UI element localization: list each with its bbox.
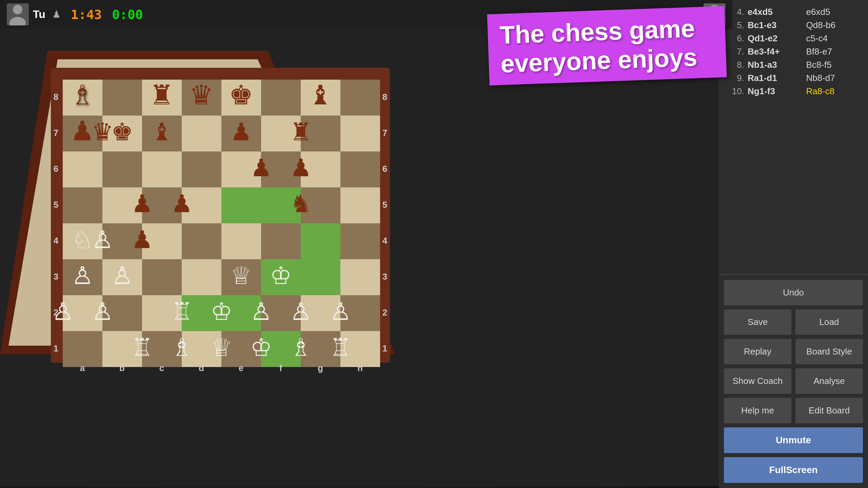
svg-text:♖: ♖ xyxy=(131,334,153,361)
move-white[interactable]: Nb1-a3 xyxy=(748,60,803,70)
timer-green: 0:00 xyxy=(112,7,143,22)
move-white[interactable]: Ra1-d1 xyxy=(748,73,803,83)
svg-text:♛: ♛ xyxy=(189,80,214,110)
move-black[interactable]: Qd8-b6 xyxy=(806,20,862,30)
svg-text:♕: ♕ xyxy=(230,262,252,289)
svg-text:b: b xyxy=(119,363,125,373)
svg-text:1: 1 xyxy=(54,343,58,353)
move-number: 9. xyxy=(726,73,744,83)
svg-text:♟: ♟ xyxy=(131,226,153,253)
svg-text:5: 5 xyxy=(382,200,387,210)
move-black[interactable]: Bc8-f5 xyxy=(806,60,862,70)
svg-text:♝: ♝ xyxy=(308,80,333,110)
svg-rect-47 xyxy=(301,223,340,259)
svg-text:♙: ♙ xyxy=(250,298,272,325)
svg-rect-51 xyxy=(142,259,182,295)
unmute-button[interactable]: Unmute xyxy=(724,427,863,453)
svg-text:3: 3 xyxy=(382,271,387,282)
svg-text:8: 8 xyxy=(382,92,387,102)
svg-rect-26 xyxy=(102,151,142,187)
move-black[interactable]: Ra8-c8 xyxy=(806,86,862,97)
help-me-button[interactable]: Help me xyxy=(724,398,791,423)
svg-text:2: 2 xyxy=(382,307,387,318)
svg-text:♞: ♞ xyxy=(290,190,312,217)
svg-text:5: 5 xyxy=(54,200,58,210)
move-black[interactable]: e6xd5 xyxy=(806,7,862,17)
svg-text:♔: ♔ xyxy=(270,262,292,289)
svg-text:♜: ♜ xyxy=(290,118,312,145)
svg-rect-52 xyxy=(182,259,221,295)
svg-point-1 xyxy=(9,17,26,25)
buttons-area: Undo Save Load Replay Board Style Show C… xyxy=(719,275,868,488)
move-white[interactable]: Qd1-e2 xyxy=(748,33,803,44)
svg-rect-44 xyxy=(182,223,221,259)
fullscreen-row: FullScreen xyxy=(724,457,863,483)
svg-text:7: 7 xyxy=(382,128,387,138)
board-style-button[interactable]: Board Style xyxy=(795,339,863,364)
svg-text:6: 6 xyxy=(54,164,58,174)
svg-rect-28 xyxy=(182,151,221,187)
undo-button[interactable]: Undo xyxy=(724,280,863,305)
move-row: 7.Be3-f4+Bf8-e7 xyxy=(726,46,861,57)
load-button[interactable]: Load xyxy=(795,309,863,335)
move-white[interactable]: Ng1-f3 xyxy=(748,86,803,97)
edit-board-button[interactable]: Edit Board xyxy=(795,398,863,423)
svg-rect-32 xyxy=(340,151,380,187)
move-row: 5.Bc1-e3Qd8-b6 xyxy=(726,20,861,30)
svg-text:♖: ♖ xyxy=(171,298,193,325)
timer-orange: 1:43 xyxy=(71,7,102,22)
svg-text:c: c xyxy=(159,363,164,373)
svg-text:♙: ♙ xyxy=(330,298,352,325)
svg-text:♕: ♕ xyxy=(211,334,233,361)
move-row: 8.Nb1-a3Bc8-f5 xyxy=(726,60,861,70)
svg-rect-48 xyxy=(340,223,380,259)
svg-text:♛: ♛ xyxy=(92,118,114,145)
svg-text:a: a xyxy=(80,363,85,373)
svg-rect-10 xyxy=(102,80,142,116)
unmute-row: Unmute xyxy=(724,427,863,453)
player1-name: Tu xyxy=(33,8,45,21)
fullscreen-button[interactable]: FullScreen xyxy=(724,457,863,483)
svg-text:4: 4 xyxy=(54,236,59,246)
pawn-icon: ♟ xyxy=(52,9,61,20)
analyse-button[interactable]: Analyse xyxy=(795,368,863,394)
show-coach-button[interactable]: Show Coach xyxy=(724,368,791,394)
svg-rect-14 xyxy=(261,80,301,116)
svg-text:♖: ♖ xyxy=(330,334,352,361)
move-number: 10. xyxy=(726,86,744,97)
replay-button[interactable]: Replay xyxy=(724,339,791,364)
svg-text:3: 3 xyxy=(54,271,58,282)
svg-text:♟: ♟ xyxy=(131,190,153,217)
move-white[interactable]: Bc1-e3 xyxy=(748,20,803,30)
svg-text:8: 8 xyxy=(54,92,58,102)
svg-text:♟: ♟ xyxy=(230,118,252,145)
move-black[interactable]: Nb8-d7 xyxy=(806,73,862,83)
undo-row: Undo xyxy=(724,280,863,305)
move-white[interactable]: Be3-f4+ xyxy=(748,46,803,57)
move-black[interactable]: c5-c4 xyxy=(806,33,862,44)
save-load-row: Save Load xyxy=(724,309,863,335)
svg-text:♙: ♙ xyxy=(92,226,114,253)
svg-text:♙: ♙ xyxy=(72,262,94,289)
svg-rect-33 xyxy=(63,187,102,223)
save-button[interactable]: Save xyxy=(724,309,791,335)
svg-text:1: 1 xyxy=(382,343,387,353)
replay-boardstyle-row: Replay Board Style xyxy=(724,339,863,364)
svg-rect-56 xyxy=(340,259,380,295)
move-white[interactable]: e4xd5 xyxy=(748,7,803,17)
promo-banner: The chess game everyone enjoys xyxy=(487,6,727,85)
svg-text:6: 6 xyxy=(382,164,387,174)
svg-text:♟: ♟ xyxy=(250,154,272,181)
svg-text:♟: ♟ xyxy=(171,190,193,217)
move-number: 7. xyxy=(726,46,744,57)
svg-text:4: 4 xyxy=(382,236,388,246)
svg-point-0 xyxy=(13,5,22,14)
svg-text:♗: ♗ xyxy=(290,334,312,361)
svg-rect-65 xyxy=(63,331,102,367)
svg-text:7: 7 xyxy=(54,128,58,138)
svg-text:♔: ♔ xyxy=(211,298,233,325)
move-black[interactable]: Bf8-e7 xyxy=(806,46,862,57)
svg-rect-37 xyxy=(221,187,261,223)
chess-board[interactable]: 8 7 6 5 4 3 2 1 8 7 6 5 4 3 2 1 a b c d … xyxy=(0,27,729,486)
help-editboard-row: Help me Edit Board xyxy=(724,398,863,423)
